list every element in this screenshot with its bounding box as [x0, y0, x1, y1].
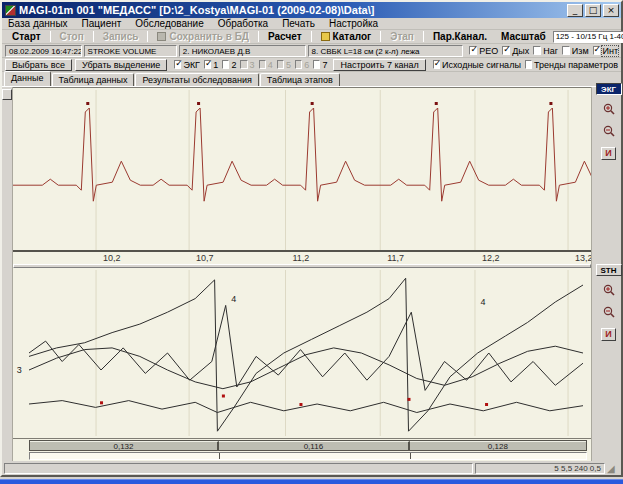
tab-exam-results[interactable]: Результаты обследования — [135, 73, 258, 86]
trends-label: Тренды параметров — [534, 60, 618, 70]
stage-button[interactable]: Этап — [383, 31, 421, 42]
channel-2-label: 2 — [231, 60, 236, 70]
rheo-traces: 443 — [13, 268, 591, 438]
izm-label: Изм — [572, 46, 589, 56]
svg-text:3: 3 — [17, 365, 22, 375]
main-content: 10,210,711,211,712,213,2 443 0,132 0,116… — [2, 87, 621, 461]
ecg-chart-panel[interactable] — [13, 87, 591, 252]
app-window: MAGI-01m 001 "МЕДАСС" [D:\2_Kostya\MAGI-… — [0, 0, 623, 477]
tab-data[interactable]: Данные — [4, 71, 51, 86]
reo-label: РЕО — [479, 46, 498, 56]
stop-button[interactable]: Стоп — [53, 31, 91, 42]
time-axis-tick: 13,2 — [575, 253, 593, 263]
separator — [93, 31, 94, 42]
window-title: MAGI-01m 001 "МЕДАСС" [D:\2_Kostya\MAGI-… — [19, 4, 563, 16]
resize-grip[interactable]: ◢ — [607, 463, 619, 474]
channel-6-checkbox[interactable] — [295, 60, 302, 69]
close-button[interactable]: × — [603, 4, 619, 17]
reo-checkbox[interactable] — [469, 46, 477, 55]
toolbar-main: Старт Стоп Запись Сохранить в БД Расчет … — [2, 30, 621, 44]
rheo-zoom-in-button[interactable] — [600, 282, 617, 298]
trends-checkbox[interactable] — [525, 60, 532, 69]
patient-field: 2. НИКОЛАЕВ Д.В — [179, 45, 306, 57]
separator — [311, 31, 312, 42]
source-signals-checkbox[interactable] — [433, 60, 440, 69]
channel-2-checkbox[interactable] — [222, 60, 229, 69]
left-strip — [2, 87, 13, 461]
clear-selection-button[interactable]: Убрать выделение — [75, 59, 167, 71]
int-label: Инт — [602, 46, 618, 56]
menu-item-database[interactable]: База данных — [8, 18, 68, 29]
rheo-reset-scale-button[interactable]: И — [601, 328, 616, 341]
tab-stage-table[interactable]: Таблица этапов — [260, 73, 340, 86]
channel-7-label: 7 — [322, 60, 327, 70]
load-label: Наг — [543, 46, 558, 56]
zoom-out-icon — [602, 124, 616, 138]
toolbar-info: 08.02.2009 16:47:22 STROKE VOLUME 2. НИК… — [2, 44, 621, 58]
catalog-button[interactable]: Каталог — [314, 31, 379, 42]
start-button[interactable]: Старт — [5, 31, 48, 42]
interval-segment[interactable]: 0,116 — [219, 441, 410, 450]
menu-item-processing[interactable]: Обработка — [218, 18, 268, 29]
status-bar: 5 5,5 240 0,5 ◢ — [2, 462, 621, 475]
record-button[interactable]: Запись — [96, 31, 146, 42]
interval-bar: 0,132 0,116 0,128 — [29, 440, 587, 451]
tab-data-table[interactable]: Таблица данных — [52, 73, 135, 86]
rheo-zoom-out-button[interactable] — [600, 304, 617, 320]
channel-1-checkbox[interactable] — [204, 60, 211, 69]
ecg-trace — [13, 88, 591, 250]
menu-item-settings[interactable]: Настройка — [329, 18, 378, 29]
channel-3-label: 3 — [250, 60, 255, 70]
param-channel-button[interactable]: Пар.Канал. — [426, 31, 494, 42]
int-checkbox[interactable] — [593, 46, 601, 55]
source-signals-label: Исходные сигналы — [442, 60, 521, 70]
taskbar-edge[interactable] — [0, 479, 623, 484]
channel-4-label: 4 — [268, 60, 273, 70]
tab-bar: Данные Таблица данных Результаты обследо… — [2, 72, 621, 87]
ecg-zoom-out-button[interactable] — [600, 123, 617, 139]
time-axis-tick: 11,2 — [293, 253, 310, 263]
minimize-button[interactable]: _ — [567, 4, 583, 17]
folder-icon — [321, 32, 330, 41]
scale-select-value: 125 - 10/15 Гц 1-40 дБ — [556, 32, 623, 41]
status-message-area — [4, 463, 473, 474]
window-controls: _ □ × — [567, 4, 619, 17]
save-icon — [157, 32, 166, 41]
menu-item-patient[interactable]: Пациент — [82, 18, 122, 29]
select-all-button[interactable]: Выбрать все — [5, 59, 72, 71]
interval-segment[interactable]: 0,128 — [410, 441, 586, 450]
channel-7-checkbox[interactable] — [313, 60, 320, 69]
calc-button[interactable]: Расчет — [261, 31, 309, 42]
rheo-chart-panel[interactable]: 443 — [13, 268, 591, 439]
channel-4-checkbox[interactable] — [259, 60, 266, 69]
scroll-track[interactable] — [29, 452, 587, 460]
channel-3-checkbox[interactable] — [240, 60, 247, 69]
right-strip: ЭКГ — [591, 87, 621, 461]
titlebar[interactable]: MAGI-01m 001 "МЕДАСС" [D:\2_Kostya\MAGI-… — [2, 2, 621, 18]
ecg-checkbox[interactable] — [174, 60, 181, 69]
scale-label: Масштаб — [494, 31, 553, 42]
channel-5-checkbox[interactable] — [277, 60, 284, 69]
ecg-reset-scale-button[interactable]: И — [601, 147, 616, 160]
menu-item-print[interactable]: Печать — [282, 18, 315, 29]
separator — [258, 31, 259, 42]
rheo-panel-label[interactable]: STH — [596, 264, 622, 276]
time-axis-tick: 10,7 — [196, 253, 214, 263]
configure-channel-button[interactable]: Настроить 7 канал — [333, 59, 425, 71]
maximize-button[interactable]: □ — [585, 4, 601, 17]
side-mini-button[interactable] — [2, 89, 12, 100]
ecg-panel-label[interactable]: ЭКГ — [596, 83, 622, 95]
scale-select[interactable]: 125 - 10/15 Гц 1-40 дБ ▼ — [553, 31, 623, 43]
interval-segment[interactable]: 0,132 — [30, 441, 219, 450]
breath-checkbox[interactable] — [502, 46, 510, 55]
separator — [147, 31, 148, 42]
load-checkbox[interactable] — [533, 46, 541, 55]
menu-item-examination[interactable]: Обследование — [135, 18, 203, 29]
time-axis-tick: 10,2 — [103, 253, 121, 263]
ecg-panel-controls: ЭКГ — [592, 83, 623, 160]
izm-checkbox[interactable] — [562, 46, 570, 55]
save-db-button[interactable]: Сохранить в БД — [150, 31, 256, 42]
charts-area: 10,210,711,211,712,213,2 443 0,132 0,116… — [13, 87, 591, 461]
app-icon — [5, 5, 16, 16]
ecg-zoom-in-button[interactable] — [600, 101, 617, 117]
